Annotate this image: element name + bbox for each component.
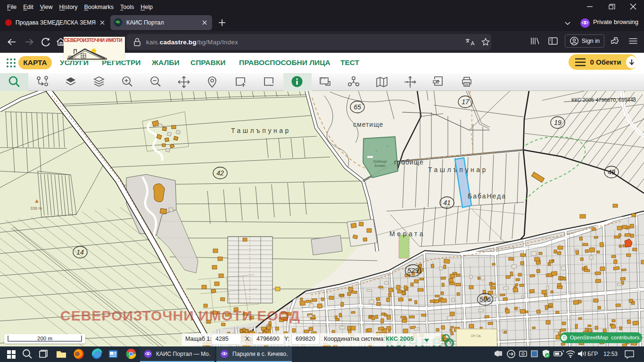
- svg-text:19: 19: [554, 119, 561, 126]
- svg-text:БабаНеда: БабаНеда: [468, 192, 506, 200]
- svg-text:338 m: 338 m: [30, 206, 42, 211]
- svg-text:Мерата: Мерата: [389, 230, 425, 238]
- svg-text:49: 49: [608, 168, 615, 176]
- svg-text:Гробище: Гробище: [373, 160, 387, 164]
- svg-text:65: 65: [354, 103, 361, 111]
- svg-text:гробище: гробище: [394, 158, 424, 166]
- svg-text:ККС 2005 4796670, 699448: ККС 2005 4796670, 699448: [571, 97, 636, 103]
- svg-text:41: 41: [443, 199, 451, 206]
- svg-text:Severoiztochni: Severoiztochni: [67, 57, 77, 59]
- svg-text:+: +: [387, 145, 388, 148]
- svg-text:506: 506: [479, 296, 491, 303]
- svg-text:+: +: [375, 149, 377, 153]
- svg-text:сметище: сметище: [353, 121, 383, 128]
- svg-text:Кичево: Кичево: [375, 164, 386, 167]
- svg-text:Ташлъпунар: Ташлъпунар: [231, 127, 291, 134]
- svg-text:ОУ Св.: ОУ Св.: [471, 334, 481, 337]
- svg-text:СЕВЕРОИЗТОЧНИ ИМОТИ ЕООД: СЕВЕРОИЗТОЧНИ ИМОТИ ЕООД: [60, 308, 300, 323]
- svg-text:17: 17: [462, 98, 470, 106]
- svg-text:42: 42: [216, 169, 224, 177]
- svg-text:14: 14: [76, 248, 84, 256]
- svg-text:Ташлъпунар: Ташлъпунар: [428, 166, 488, 173]
- svg-text:529: 529: [407, 267, 419, 274]
